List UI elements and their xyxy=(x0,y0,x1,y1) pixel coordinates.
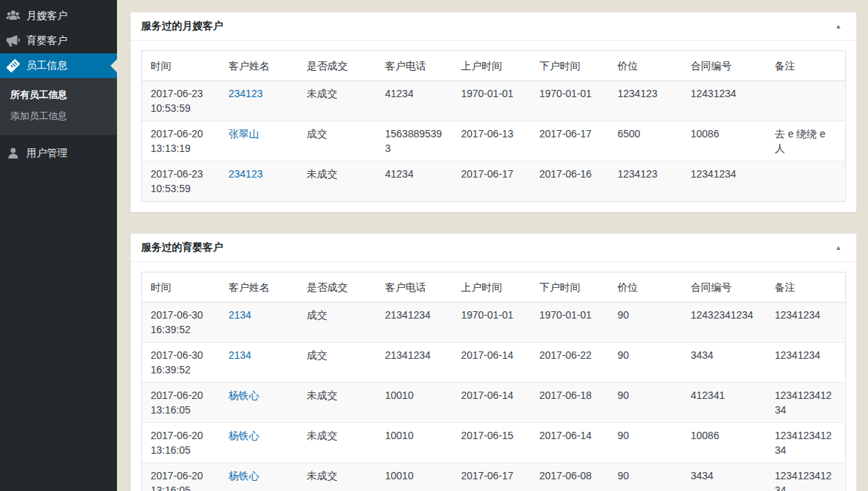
customer-name-link[interactable]: 杨铁心 xyxy=(229,389,260,401)
maternity-customers-table: 时间客户姓名是否成交客户电话上户时间下户时间价位合同编号备注 2017-06-2… xyxy=(141,50,846,202)
table-cell: 1234123 xyxy=(609,81,682,121)
table-cell: 2017-06-23 10:53:59 xyxy=(142,161,220,202)
user-icon xyxy=(0,146,26,161)
customer-name-link[interactable]: 2134 xyxy=(229,309,252,321)
column-header: 是否成交 xyxy=(298,51,377,81)
table-cell: 21341234 xyxy=(377,343,453,383)
table-cell: 2017-06-17 xyxy=(453,463,531,491)
table-cell: 2017-06-17 xyxy=(453,161,531,202)
panel-title: 服务过的月嫂客户 xyxy=(141,20,223,33)
column-header: 客户姓名 xyxy=(220,51,298,81)
table-cell: 90 xyxy=(609,463,682,491)
table-row: 2017-06-20 13:16:05杨铁心未成交100102017-06-14… xyxy=(142,383,846,423)
table-cell: 1970-01-01 xyxy=(531,302,609,343)
table-cell: 21341234 xyxy=(377,302,453,343)
table-cell: 12341234 xyxy=(766,302,846,343)
column-header: 时间 xyxy=(142,273,220,302)
submenu-item-add-employee-info[interactable]: 添加员工信息 xyxy=(0,105,117,126)
table-cell: 6500 xyxy=(609,121,682,161)
groups-icon xyxy=(0,9,26,23)
table-cell: 90 xyxy=(609,423,682,463)
table-row: 2017-06-20 13:16:05杨铁心未成交100102017-06-15… xyxy=(142,423,846,463)
table-cell: 2017-06-17 xyxy=(531,121,609,161)
table-cell: 成交 xyxy=(298,121,377,161)
table-cell: 10010 xyxy=(377,383,453,423)
table-cell: 12341234 xyxy=(766,343,846,383)
table-cell: 1970-01-01 xyxy=(453,81,531,121)
table-row: 2017-06-23 10:53:59234123未成交412341970-01… xyxy=(142,81,846,121)
panel-body: 时间客户姓名是否成交客户电话上户时间下户时间价位合同编号备注 2017-06-2… xyxy=(131,41,856,212)
table-cell: 未成交 xyxy=(298,81,377,121)
megaphone-icon xyxy=(0,34,26,48)
sidebar-item-maternity-customers[interactable]: 月嫂客户 xyxy=(0,4,117,28)
collapse-toggle-icon[interactable]: ▲ xyxy=(831,20,846,33)
sidebar-item-label: 育婴客户 xyxy=(26,34,67,47)
column-header: 上户时间 xyxy=(453,51,531,81)
table-cell: 3434 xyxy=(682,343,766,383)
customer-name-link[interactable]: 234123 xyxy=(229,168,263,180)
table-row: 2017-06-23 10:53:59234123未成交412342017-06… xyxy=(142,161,846,202)
table-cell: 12341234 xyxy=(682,161,766,202)
table-cell: 2017-06-18 xyxy=(531,383,609,423)
table-cell: 41234 xyxy=(377,161,453,202)
table-cell: 10086 xyxy=(682,423,766,463)
table-cell: 2017-06-14 xyxy=(453,383,531,423)
panel-childcare-customers-served: 服务过的育婴客户 ▲ 时间客户姓名是否成交客户电话上户时间下户时间价位合同编号备… xyxy=(130,233,857,491)
table-cell xyxy=(766,81,846,121)
customer-name-link[interactable]: 杨铁心 xyxy=(229,430,260,441)
table-cell: 张翠山 xyxy=(220,121,298,161)
table-cell: 234123 xyxy=(220,161,298,202)
table-cell: 2017-06-23 10:53:59 xyxy=(142,81,220,121)
table-cell: 41234 xyxy=(377,81,453,121)
customer-name-link[interactable]: 张翠山 xyxy=(229,128,260,140)
panel-title: 服务过的育婴客户 xyxy=(141,241,223,254)
sidebar-item-childcare-customers[interactable]: 育婴客户 xyxy=(0,28,117,53)
sidebar-item-label: 用户管理 xyxy=(26,147,67,160)
table-cell: 90 xyxy=(609,343,682,383)
table-cell: 2017-06-20 13:16:05 xyxy=(142,383,220,423)
column-header: 下户时间 xyxy=(531,273,609,302)
customer-name-link[interactable]: 2134 xyxy=(229,349,252,361)
table-row: 2017-06-30 16:39:522134成交213412341970-01… xyxy=(142,302,846,343)
table-cell: 123412341234 xyxy=(766,463,846,491)
column-header: 上户时间 xyxy=(453,273,531,302)
table-cell: 2017-06-16 xyxy=(531,161,609,202)
column-header: 客户电话 xyxy=(377,51,453,81)
submenu-item-all-employee-info[interactable]: 所有员工信息 xyxy=(0,84,117,105)
column-header: 备注 xyxy=(766,273,846,302)
table-cell: 2017-06-13 xyxy=(453,121,531,161)
column-header: 是否成交 xyxy=(298,273,377,302)
table-cell: 90 xyxy=(609,302,682,343)
table-cell: 2017-06-08 xyxy=(531,463,609,491)
sidebar-item-employee-info[interactable]: 员工信息 xyxy=(0,53,117,78)
table-cell: 未成交 xyxy=(298,423,377,463)
table-cell: 成交 xyxy=(298,343,377,383)
sidebar-item-user-management[interactable]: 用户管理 xyxy=(0,141,117,166)
table-cell: 2017-06-20 13:13:19 xyxy=(142,121,220,161)
table-cell: 未成交 xyxy=(298,161,377,202)
table-cell: 123412341234 xyxy=(766,383,846,423)
table-cell: 2017-06-20 13:16:05 xyxy=(142,463,220,491)
sidebar-item-label: 员工信息 xyxy=(26,59,67,72)
customer-name-link[interactable]: 杨铁心 xyxy=(229,470,260,482)
table-cell: 成交 xyxy=(298,302,377,343)
column-header: 备注 xyxy=(766,51,846,81)
column-header: 价位 xyxy=(609,51,682,81)
panel-header: 服务过的月嫂客户 ▲ xyxy=(131,12,856,41)
table-row: 2017-06-20 13:13:19张翠山成交156388953932017-… xyxy=(142,121,846,161)
table-cell: 杨铁心 xyxy=(220,463,298,491)
main-content: 服务过的月嫂客户 ▲ 时间客户姓名是否成交客户电话上户时间下户时间价位合同编号备… xyxy=(117,0,868,491)
table-cell: 123412341234 xyxy=(766,423,846,463)
table-cell: 90 xyxy=(609,383,682,423)
table-cell: 2017-06-20 13:16:05 xyxy=(142,423,220,463)
table-header-row: 时间客户姓名是否成交客户电话上户时间下户时间价位合同编号备注 xyxy=(142,51,846,81)
panel-header: 服务过的育婴客户 ▲ xyxy=(131,234,856,262)
column-header: 价位 xyxy=(609,273,682,302)
customer-name-link[interactable]: 234123 xyxy=(229,88,263,99)
collapse-toggle-icon[interactable]: ▲ xyxy=(831,242,846,254)
table-cell: 10010 xyxy=(377,463,453,491)
sidebar-item-label: 月嫂客户 xyxy=(26,9,67,23)
childcare-customers-table: 时间客户姓名是否成交客户电话上户时间下户时间价位合同编号备注 2017-06-3… xyxy=(141,272,846,491)
table-cell: 杨铁心 xyxy=(220,423,298,463)
admin-sidebar: 月嫂客户 育婴客户 员工信息 所有员工信息 添加员工信息 xyxy=(0,0,117,491)
